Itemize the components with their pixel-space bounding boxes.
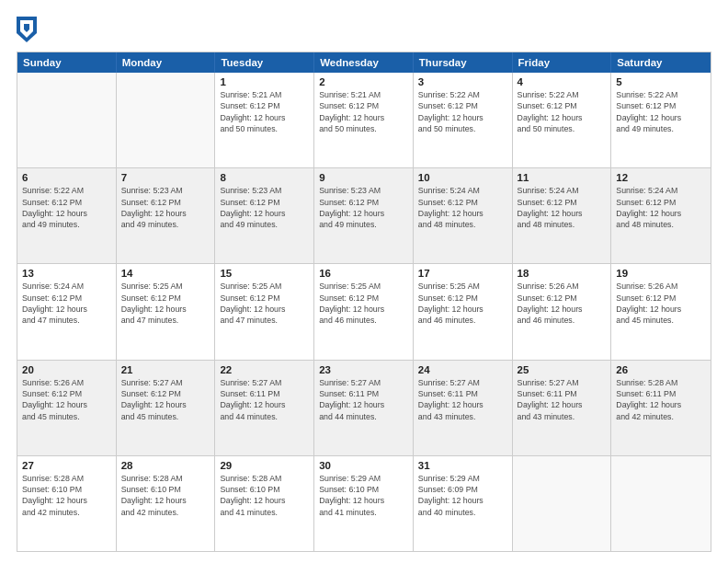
calendar-cell-2-5: 18Sunrise: 5:26 AM Sunset: 6:12 PM Dayli… <box>513 264 612 359</box>
header-day-wednesday: Wednesday <box>314 52 414 73</box>
calendar-cell-1-4: 10Sunrise: 5:24 AM Sunset: 6:12 PM Dayli… <box>414 168 513 263</box>
day-info: Sunrise: 5:25 AM Sunset: 6:12 PM Dayligh… <box>121 281 210 326</box>
calendar-cell-3-1: 21Sunrise: 5:27 AM Sunset: 6:12 PM Dayli… <box>117 361 216 455</box>
calendar-cell-3-2: 22Sunrise: 5:27 AM Sunset: 6:11 PM Dayli… <box>215 361 314 455</box>
header-day-sunday: Sunday <box>17 52 117 73</box>
calendar: SundayMondayTuesdayWednesdayThursdayFrid… <box>17 52 711 552</box>
day-number: 27 <box>22 460 111 471</box>
day-number: 19 <box>616 268 706 279</box>
day-info: Sunrise: 5:28 AM Sunset: 6:10 PM Dayligh… <box>220 473 309 518</box>
calendar-cell-1-3: 9Sunrise: 5:23 AM Sunset: 6:12 PM Daylig… <box>314 168 414 263</box>
calendar-cell-4-4: 31Sunrise: 5:29 AM Sunset: 6:09 PM Dayli… <box>414 456 513 551</box>
day-info: Sunrise: 5:22 AM Sunset: 6:12 PM Dayligh… <box>518 89 607 134</box>
header-day-saturday: Saturday <box>611 52 711 73</box>
header-day-tuesday: Tuesday <box>215 52 314 73</box>
calendar-cell-2-0: 13Sunrise: 5:24 AM Sunset: 6:12 PM Dayli… <box>17 264 117 359</box>
day-number: 12 <box>616 172 706 183</box>
day-number: 11 <box>518 172 607 183</box>
calendar-cell-3-0: 20Sunrise: 5:26 AM Sunset: 6:12 PM Dayli… <box>17 361 117 455</box>
day-number: 31 <box>418 460 507 471</box>
calendar-row-2: 13Sunrise: 5:24 AM Sunset: 6:12 PM Dayli… <box>17 263 711 359</box>
day-info: Sunrise: 5:24 AM Sunset: 6:12 PM Dayligh… <box>518 185 607 230</box>
day-info: Sunrise: 5:25 AM Sunset: 6:12 PM Dayligh… <box>418 281 507 326</box>
logo <box>17 17 39 42</box>
calendar-cell-0-1 <box>117 73 216 167</box>
day-info: Sunrise: 5:28 AM Sunset: 6:10 PM Dayligh… <box>121 473 210 518</box>
day-info: Sunrise: 5:22 AM Sunset: 6:12 PM Dayligh… <box>22 185 111 230</box>
day-number: 23 <box>319 364 408 375</box>
day-info: Sunrise: 5:23 AM Sunset: 6:12 PM Dayligh… <box>319 185 408 230</box>
calendar-cell-2-2: 15Sunrise: 5:25 AM Sunset: 6:12 PM Dayli… <box>215 264 314 359</box>
calendar-cell-2-4: 17Sunrise: 5:25 AM Sunset: 6:12 PM Dayli… <box>414 264 513 359</box>
calendar-cell-4-0: 27Sunrise: 5:28 AM Sunset: 6:10 PM Dayli… <box>17 456 117 551</box>
day-info: Sunrise: 5:27 AM Sunset: 6:11 PM Dayligh… <box>418 377 507 422</box>
day-info: Sunrise: 5:21 AM Sunset: 6:12 PM Dayligh… <box>319 89 408 134</box>
day-number: 14 <box>121 268 210 279</box>
calendar-row-4: 27Sunrise: 5:28 AM Sunset: 6:10 PM Dayli… <box>17 455 711 551</box>
day-number: 30 <box>319 460 408 471</box>
calendar-cell-0-2: 1Sunrise: 5:21 AM Sunset: 6:12 PM Daylig… <box>215 73 314 167</box>
day-number: 29 <box>220 460 309 471</box>
calendar-cell-1-5: 11Sunrise: 5:24 AM Sunset: 6:12 PM Dayli… <box>513 168 612 263</box>
day-number: 15 <box>220 268 309 279</box>
day-number: 17 <box>418 268 507 279</box>
day-number: 3 <box>418 76 507 87</box>
day-number: 8 <box>220 172 309 183</box>
calendar-cell-1-6: 12Sunrise: 5:24 AM Sunset: 6:12 PM Dayli… <box>611 168 711 263</box>
header-day-friday: Friday <box>513 52 612 73</box>
calendar-body: 1Sunrise: 5:21 AM Sunset: 6:12 PM Daylig… <box>17 73 711 551</box>
day-info: Sunrise: 5:24 AM Sunset: 6:12 PM Dayligh… <box>22 281 111 326</box>
calendar-row-3: 20Sunrise: 5:26 AM Sunset: 6:12 PM Dayli… <box>17 360 711 455</box>
day-info: Sunrise: 5:23 AM Sunset: 6:12 PM Dayligh… <box>121 185 210 230</box>
day-info: Sunrise: 5:28 AM Sunset: 6:11 PM Dayligh… <box>616 377 706 422</box>
day-number: 10 <box>418 172 507 183</box>
header-day-thursday: Thursday <box>414 52 513 73</box>
day-info: Sunrise: 5:26 AM Sunset: 6:12 PM Dayligh… <box>616 281 706 326</box>
day-info: Sunrise: 5:25 AM Sunset: 6:12 PM Dayligh… <box>220 281 309 326</box>
calendar-cell-0-0 <box>17 73 117 167</box>
day-number: 25 <box>518 364 607 375</box>
day-info: Sunrise: 5:21 AM Sunset: 6:12 PM Dayligh… <box>220 89 309 134</box>
calendar-cell-4-5 <box>513 456 612 551</box>
calendar-cell-2-1: 14Sunrise: 5:25 AM Sunset: 6:12 PM Dayli… <box>117 264 216 359</box>
day-number: 26 <box>616 364 706 375</box>
day-info: Sunrise: 5:22 AM Sunset: 6:12 PM Dayligh… <box>418 89 507 134</box>
day-number: 28 <box>121 460 210 471</box>
day-number: 21 <box>121 364 210 375</box>
day-info: Sunrise: 5:24 AM Sunset: 6:12 PM Dayligh… <box>616 185 706 230</box>
calendar-cell-3-4: 24Sunrise: 5:27 AM Sunset: 6:11 PM Dayli… <box>414 361 513 455</box>
header <box>17 17 711 42</box>
calendar-row-0: 1Sunrise: 5:21 AM Sunset: 6:12 PM Daylig… <box>17 73 711 167</box>
day-info: Sunrise: 5:24 AM Sunset: 6:12 PM Dayligh… <box>418 185 507 230</box>
day-number: 18 <box>518 268 607 279</box>
day-number: 7 <box>121 172 210 183</box>
day-info: Sunrise: 5:25 AM Sunset: 6:12 PM Dayligh… <box>319 281 408 326</box>
day-number: 20 <box>22 364 111 375</box>
calendar-header: SundayMondayTuesdayWednesdayThursdayFrid… <box>17 52 711 73</box>
calendar-cell-4-6 <box>611 456 711 551</box>
day-info: Sunrise: 5:29 AM Sunset: 6:10 PM Dayligh… <box>319 473 408 518</box>
day-number: 16 <box>319 268 408 279</box>
day-info: Sunrise: 5:28 AM Sunset: 6:10 PM Dayligh… <box>22 473 111 518</box>
calendar-cell-0-6: 5Sunrise: 5:22 AM Sunset: 6:12 PM Daylig… <box>611 73 711 167</box>
day-number: 13 <box>22 268 111 279</box>
day-info: Sunrise: 5:26 AM Sunset: 6:12 PM Dayligh… <box>22 377 111 422</box>
calendar-cell-3-3: 23Sunrise: 5:27 AM Sunset: 6:11 PM Dayli… <box>314 361 414 455</box>
day-info: Sunrise: 5:27 AM Sunset: 6:11 PM Dayligh… <box>319 377 408 422</box>
day-number: 4 <box>518 76 607 87</box>
day-info: Sunrise: 5:27 AM Sunset: 6:11 PM Dayligh… <box>518 377 607 422</box>
day-number: 9 <box>319 172 408 183</box>
calendar-cell-4-1: 28Sunrise: 5:28 AM Sunset: 6:10 PM Dayli… <box>117 456 216 551</box>
calendar-cell-1-2: 8Sunrise: 5:23 AM Sunset: 6:12 PM Daylig… <box>215 168 314 263</box>
day-info: Sunrise: 5:29 AM Sunset: 6:09 PM Dayligh… <box>418 473 507 518</box>
day-number: 22 <box>220 364 309 375</box>
day-number: 2 <box>319 76 408 87</box>
calendar-cell-0-4: 3Sunrise: 5:22 AM Sunset: 6:12 PM Daylig… <box>414 73 513 167</box>
calendar-cell-2-6: 19Sunrise: 5:26 AM Sunset: 6:12 PM Dayli… <box>611 264 711 359</box>
calendar-cell-3-6: 26Sunrise: 5:28 AM Sunset: 6:11 PM Dayli… <box>611 361 711 455</box>
calendar-cell-1-0: 6Sunrise: 5:22 AM Sunset: 6:12 PM Daylig… <box>17 168 117 263</box>
header-day-monday: Monday <box>117 52 216 73</box>
day-number: 6 <box>22 172 111 183</box>
day-info: Sunrise: 5:27 AM Sunset: 6:12 PM Dayligh… <box>121 377 210 422</box>
day-info: Sunrise: 5:27 AM Sunset: 6:11 PM Dayligh… <box>220 377 309 422</box>
